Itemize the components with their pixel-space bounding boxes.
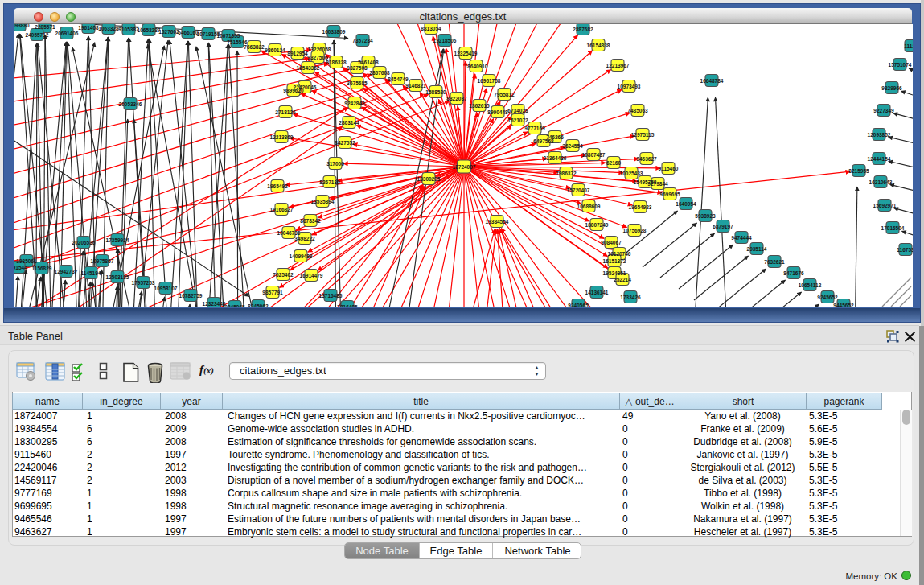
svg-text:8215955: 8215955	[848, 168, 869, 174]
svg-text:9245652: 9245652	[817, 295, 838, 300]
svg-text:10807487: 10807487	[582, 152, 606, 158]
svg-text:1935061: 1935061	[16, 258, 37, 264]
svg-text:12213369: 12213369	[270, 134, 294, 140]
svg-text:1733426: 1733426	[620, 295, 641, 300]
svg-text:17957253: 17957253	[132, 280, 155, 286]
svg-text:19654923: 19654923	[629, 204, 652, 210]
svg-text:2718126: 2718126	[275, 109, 296, 115]
svg-text:8990448: 8990448	[487, 109, 508, 115]
svg-text:7663822: 7663822	[244, 44, 265, 50]
svg-text:391544: 391544	[14, 265, 27, 270]
svg-text:8427552: 8427552	[335, 140, 355, 146]
svg-text:16210643: 16210643	[869, 179, 893, 185]
svg-text:13716485: 13716485	[319, 293, 343, 299]
svg-text:16033809: 16033809	[322, 29, 346, 35]
svg-text:19384554: 19384554	[486, 219, 509, 225]
svg-text:10025433: 10025433	[620, 171, 643, 176]
svg-text:8186328: 8186328	[326, 60, 347, 65]
svg-text:8813054: 8813054	[421, 26, 441, 31]
svg-text:12323446: 12323446	[203, 301, 226, 307]
svg-text:9327508: 9327508	[347, 65, 368, 71]
svg-text:10654112: 10654112	[799, 282, 822, 288]
svg-text:18300295: 18300295	[417, 176, 441, 182]
svg-text:16782759: 16782759	[179, 293, 203, 299]
svg-text:6879197: 6879197	[713, 224, 733, 229]
svg-text:24055712: 24055712	[26, 32, 49, 38]
svg-text:9474444: 9474444	[731, 235, 752, 241]
svg-text:9115460: 9115460	[659, 166, 679, 171]
svg-text:252214: 252214	[614, 277, 631, 282]
svg-text:7216485: 7216485	[337, 304, 358, 308]
svg-text:19166827: 19166827	[270, 207, 294, 212]
svg-text:9329966: 9329966	[881, 85, 902, 91]
svg-text:20206536: 20206536	[72, 240, 96, 245]
svg-text:14136141: 14136141	[585, 290, 609, 295]
svg-text:9327506: 9327506	[307, 55, 328, 60]
svg-text:12093852: 12093852	[868, 132, 891, 138]
svg-text:10973493: 10973493	[618, 84, 641, 89]
svg-text:9699695: 9699695	[659, 192, 680, 197]
svg-text:2935114: 2935114	[747, 246, 767, 252]
svg-text:12325419: 12325419	[454, 51, 478, 56]
svg-text:5461408: 5461408	[358, 60, 379, 65]
svg-text:16543362: 16543362	[297, 65, 320, 71]
svg-text:11125: 11125	[904, 43, 913, 49]
svg-text:7632621: 7632621	[764, 259, 785, 265]
svg-text:12503135: 12503135	[106, 274, 129, 280]
svg-text:19218506: 19218506	[433, 38, 457, 43]
svg-text:8454749: 8454749	[388, 76, 409, 82]
svg-text:20053346: 20053346	[119, 101, 142, 107]
svg-text:15751074: 15751074	[889, 62, 912, 68]
svg-text:3498222: 3498222	[294, 236, 315, 241]
svg-text:8322037: 8322037	[446, 96, 467, 101]
svg-text:5938923: 5938923	[695, 213, 716, 219]
svg-text:7955812: 7955812	[494, 92, 515, 97]
svg-text:2887682: 2887682	[573, 27, 593, 32]
svg-text:1961408: 1961408	[78, 25, 99, 31]
svg-text:15692971: 15692971	[873, 203, 897, 208]
svg-text:1156829: 1156829	[32, 266, 52, 271]
svg-text:8267130: 8267130	[319, 179, 340, 185]
svg-text:6466160: 6466160	[178, 30, 199, 35]
svg-text:13226058: 13226058	[308, 47, 331, 52]
svg-text:6734028: 6734028	[507, 108, 528, 113]
svg-text:16151372: 16151372	[603, 258, 626, 264]
svg-text:9240565: 9240565	[568, 303, 589, 308]
svg-text:1362615: 1362615	[469, 103, 490, 109]
svg-text:10046736: 10046736	[277, 230, 301, 236]
svg-text:1640954: 1640954	[676, 201, 696, 207]
svg-text:116753: 116753	[897, 247, 913, 253]
svg-text:18724007: 18724007	[453, 164, 476, 170]
svg-text:746266: 746266	[546, 134, 564, 140]
svg-text:1621072: 1621072	[507, 117, 528, 123]
svg-text:1063328: 1063328	[98, 26, 119, 31]
svg-text:8245062: 8245062	[248, 303, 269, 308]
svg-text:9857791: 9857791	[262, 290, 283, 295]
svg-text:10975867: 10975867	[91, 258, 114, 264]
svg-text:1588520: 1588520	[425, 89, 446, 95]
svg-text:9860124: 9860124	[265, 47, 285, 53]
svg-text:16961758: 16961758	[478, 78, 501, 84]
svg-text:16914479: 16914479	[300, 273, 323, 278]
svg-text:16648784: 16648784	[700, 78, 724, 84]
svg-text:17016504: 17016504	[881, 225, 905, 231]
svg-text:9084067: 9084067	[601, 240, 622, 245]
svg-text:8912954: 8912954	[287, 51, 308, 56]
svg-text:1145194: 1145194	[81, 270, 101, 276]
svg-text:7986372: 7986372	[556, 171, 577, 176]
svg-text:19524851: 19524851	[603, 270, 626, 276]
svg-text:9899620: 9899620	[283, 88, 304, 93]
svg-text:18807249: 18807249	[585, 222, 609, 228]
svg-text:14099489: 14099489	[290, 253, 313, 259]
svg-text:16154838: 16154838	[587, 43, 610, 48]
svg-text:9227349: 9227349	[873, 108, 894, 113]
svg-text:2867608: 2867608	[369, 70, 390, 76]
svg-text:18640910: 18640910	[465, 64, 488, 69]
svg-text:1965492: 1965492	[267, 183, 288, 189]
svg-text:16120746: 16120746	[608, 251, 631, 257]
svg-text:8471676: 8471676	[783, 270, 804, 276]
svg-text:1693880: 1693880	[14, 24, 30, 28]
svg-text:10653287: 10653287	[138, 27, 161, 33]
svg-text:7357234: 7357234	[352, 38, 373, 43]
svg-text:10688609: 10688609	[577, 204, 601, 209]
